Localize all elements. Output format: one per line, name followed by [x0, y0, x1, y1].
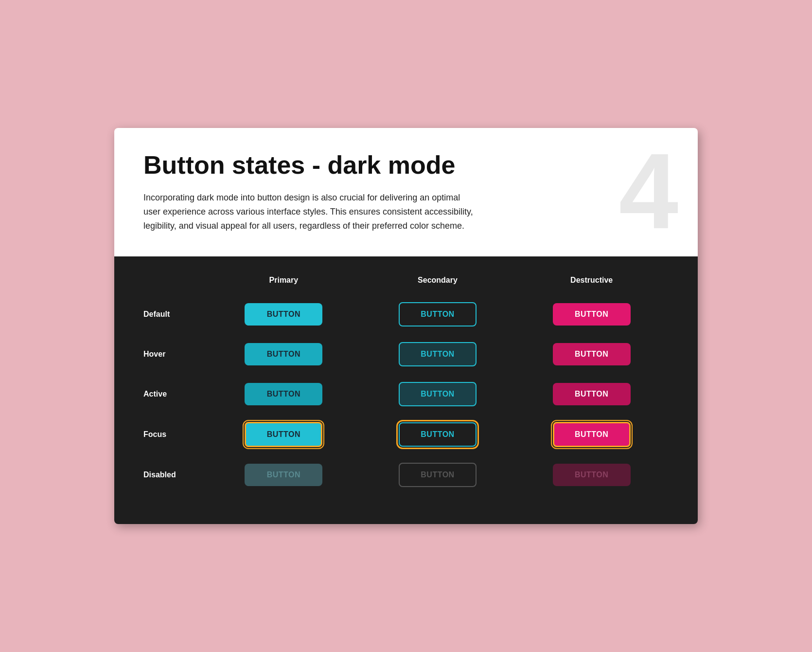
table-row: Focus BUTTON BUTTON BUTTON [143, 414, 669, 455]
col-header-secondary: Secondary [361, 276, 515, 294]
col-header-destructive: Destructive [514, 276, 669, 294]
primary-disabled-button: BUTTON [245, 464, 322, 486]
table-row: Default BUTTON BUTTON BUTTON [143, 294, 669, 334]
primary-active-cell: BUTTON [207, 374, 361, 414]
page-description: Incorporating dark mode into button desi… [143, 191, 474, 233]
row-label-disabled: Disabled [143, 455, 207, 495]
col-header-primary: Primary [207, 276, 361, 294]
secondary-disabled-cell: BUTTON [361, 455, 515, 495]
row-label-active: Active [143, 374, 207, 414]
destructive-hover-button[interactable]: BUTTON [553, 343, 631, 365]
page-number: 4 [619, 138, 678, 245]
destructive-disabled-button: BUTTON [553, 464, 631, 486]
primary-hover-cell: BUTTON [207, 334, 361, 374]
destructive-disabled-cell: BUTTON [514, 455, 669, 495]
dark-section: Primary Secondary Destructive Default BU… [114, 256, 698, 524]
table-row: Hover BUTTON BUTTON BUTTON [143, 334, 669, 374]
destructive-default-cell: BUTTON [514, 294, 669, 334]
row-label-hover: Hover [143, 334, 207, 374]
destructive-active-cell: BUTTON [514, 374, 669, 414]
col-header-empty [143, 276, 207, 294]
main-card: 4 Button states - dark mode Incorporatin… [114, 128, 698, 524]
primary-default-cell: BUTTON [207, 294, 361, 334]
primary-hover-button[interactable]: BUTTON [245, 343, 322, 365]
primary-focus-button[interactable]: BUTTON [245, 422, 322, 447]
secondary-hover-button[interactable]: BUTTON [399, 342, 477, 366]
page-title: Button states - dark mode [143, 151, 669, 179]
secondary-default-cell: BUTTON [361, 294, 515, 334]
destructive-hover-cell: BUTTON [514, 334, 669, 374]
table-row: Active BUTTON BUTTON BUTTON [143, 374, 669, 414]
secondary-disabled-button: BUTTON [399, 463, 477, 487]
table-row: Disabled BUTTON BUTTON BUTTON [143, 455, 669, 495]
secondary-hover-cell: BUTTON [361, 334, 515, 374]
primary-focus-cell: BUTTON [207, 414, 361, 455]
secondary-active-button[interactable]: BUTTON [399, 382, 477, 406]
destructive-active-button[interactable]: BUTTON [553, 383, 631, 405]
destructive-focus-cell: BUTTON [514, 414, 669, 455]
row-label-focus: Focus [143, 414, 207, 455]
secondary-default-button[interactable]: BUTTON [399, 302, 477, 326]
button-states-table: Primary Secondary Destructive Default BU… [143, 276, 669, 495]
secondary-focus-cell: BUTTON [361, 414, 515, 455]
primary-active-button[interactable]: BUTTON [245, 383, 322, 405]
destructive-default-button[interactable]: BUTTON [553, 303, 631, 326]
secondary-focus-button[interactable]: BUTTON [399, 422, 477, 447]
primary-default-button[interactable]: BUTTON [245, 303, 322, 326]
destructive-focus-button[interactable]: BUTTON [553, 422, 631, 447]
header-section: 4 Button states - dark mode Incorporatin… [114, 128, 698, 256]
primary-disabled-cell: BUTTON [207, 455, 361, 495]
row-label-default: Default [143, 294, 207, 334]
secondary-active-cell: BUTTON [361, 374, 515, 414]
